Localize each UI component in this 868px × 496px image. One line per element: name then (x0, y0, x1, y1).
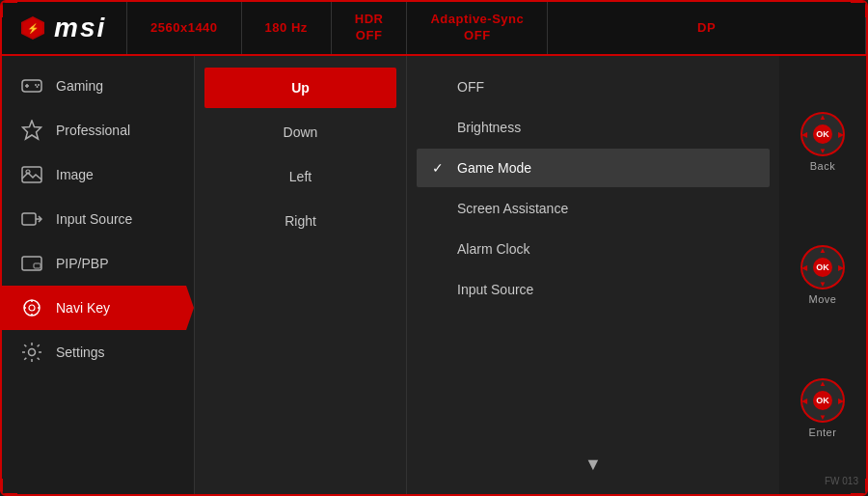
option-brightness[interactable]: Brightness (417, 108, 770, 147)
image-label: Image (56, 167, 94, 182)
option-off[interactable]: OFF (417, 68, 770, 106)
controls-panel: OK ▲ ▼ ◀ ▶ Back OK (779, 56, 866, 494)
nav-item-right[interactable]: Right (204, 201, 396, 241)
msi-dragon-icon: ⚡ (17, 14, 48, 41)
dp-stat: DP (548, 2, 866, 54)
input-source-icon (21, 208, 42, 230)
option-screen-assistance[interactable]: Screen Assistance (417, 189, 770, 228)
header: ⚡ msi 2560x1440 180 Hz HDR OFF Adaptive-… (2, 2, 866, 56)
options-panel: OFF Brightness ✓ Game Mode Screen Assist… (407, 56, 779, 494)
option-game-mode[interactable]: ✓ Game Mode (417, 149, 770, 187)
svg-rect-12 (22, 213, 36, 225)
sidebar-item-input-source[interactable]: Input Source (2, 197, 194, 241)
check-input-source-icon (432, 282, 448, 297)
adaptive-sync-stat: Adaptive-Sync OFF (407, 2, 548, 54)
check-off-icon (432, 79, 448, 95)
sidebar-item-navi-key[interactable]: Navi Key (2, 286, 194, 330)
move-dpad: OK ▲ ▼ ◀ ▶ (800, 245, 845, 289)
check-alarm-clock-icon (432, 241, 448, 257)
svg-text:⚡: ⚡ (27, 22, 40, 35)
logo-area: ⚡ msi (2, 2, 127, 54)
back-dpad: OK ▲ ▼ ◀ ▶ (800, 112, 845, 156)
nav-item-left[interactable]: Left (204, 156, 396, 197)
enter-button[interactable]: OK ▲ ▼ ◀ ▶ Enter (800, 378, 845, 438)
main-window: ⚡ msi 2560x1440 180 Hz HDR OFF Adaptive-… (0, 0, 868, 496)
option-alarm-clock[interactable]: Alarm Clock (417, 230, 770, 268)
enter-label: Enter (809, 427, 837, 438)
svg-point-6 (35, 84, 37, 86)
sidebar-item-gaming[interactable]: Gaming (2, 64, 194, 108)
settings-label: Settings (56, 344, 105, 360)
navi-key-label: Navi Key (56, 300, 110, 316)
option-input-source[interactable]: Input Source (417, 270, 770, 309)
pip-pbp-icon (21, 253, 42, 274)
svg-point-17 (29, 305, 35, 311)
sidebar-item-settings[interactable]: Settings (2, 330, 194, 374)
input-source-label: Input Source (56, 211, 132, 227)
image-icon (21, 164, 42, 185)
svg-marker-9 (23, 121, 41, 139)
nav-item-up[interactable]: Up (204, 68, 396, 108)
professional-icon (21, 120, 42, 141)
settings-icon (21, 342, 42, 363)
resolution-stat: 2560x1440 (127, 2, 242, 54)
svg-rect-15 (34, 263, 41, 268)
sidebar-item-pip-pbp[interactable]: PIP/PBP (2, 241, 194, 286)
svg-point-8 (37, 86, 39, 88)
sidebar: Gaming Professional Im (2, 56, 195, 494)
nav-item-down[interactable]: Down (204, 112, 396, 152)
move-label: Move (809, 293, 837, 305)
navi-key-icon (21, 297, 42, 318)
sidebar-item-image[interactable]: Image (2, 152, 194, 197)
check-brightness-icon (432, 120, 448, 135)
hdr-stat: HDR OFF (332, 2, 408, 54)
svg-point-22 (29, 349, 36, 356)
enter-dpad: OK ▲ ▼ ◀ ▶ (800, 378, 845, 423)
svg-point-7 (38, 84, 40, 86)
more-options-arrow[interactable]: ▼ (417, 447, 770, 482)
gaming-icon (21, 75, 42, 96)
msi-logo: ⚡ msi (17, 13, 106, 43)
navigation-panel: Up Down Left Right (195, 56, 407, 494)
refresh-stat: 180 Hz (242, 2, 332, 54)
move-button[interactable]: OK ▲ ▼ ◀ ▶ Move (800, 245, 845, 305)
back-button[interactable]: OK ▲ ▼ ◀ ▶ Back (800, 112, 845, 172)
gaming-label: Gaming (56, 78, 103, 94)
svg-point-16 (24, 300, 40, 316)
header-info: 2560x1440 180 Hz HDR OFF Adaptive-Sync O… (127, 2, 866, 54)
professional-label: Professional (56, 123, 130, 138)
check-game-mode-icon: ✓ (432, 160, 448, 176)
check-screen-assistance-icon (432, 201, 448, 216)
back-label: Back (810, 160, 835, 172)
sidebar-item-professional[interactable]: Professional (2, 108, 194, 152)
main-content: Gaming Professional Im (2, 56, 866, 494)
pip-pbp-label: PIP/PBP (56, 256, 108, 271)
msi-brand-text: msi (54, 13, 106, 43)
